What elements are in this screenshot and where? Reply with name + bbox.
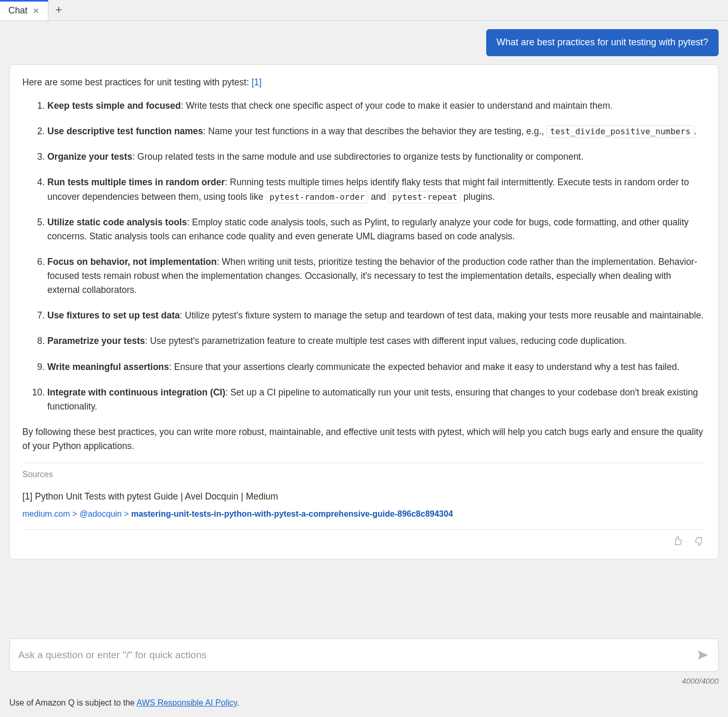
- source-title: [1] Python Unit Tests with pytest Guide …: [22, 490, 706, 504]
- footer-disclaimer: Use of Amazon Q is subject to the AWS Re…: [9, 697, 239, 710]
- citation-link[interactable]: [1]: [252, 77, 262, 87]
- inline-code: pytest-random-order: [266, 191, 368, 203]
- footer-suffix: .: [237, 698, 239, 707]
- close-icon[interactable]: ✕: [33, 5, 40, 17]
- list-item: Use fixtures to set up test data: Utiliz…: [47, 309, 706, 323]
- divider: [22, 529, 706, 530]
- tab-bar: Chat ✕ +: [0, 0, 728, 21]
- feedback-row: [22, 534, 706, 552]
- list-item: Use descriptive test function names: Nam…: [47, 124, 706, 138]
- item-bold: Organize your tests: [47, 151, 132, 162]
- list-item: Parametrize your tests: Use pytest's par…: [47, 334, 706, 348]
- breadcrumb-domain: medium.com: [22, 509, 70, 518]
- list-item: Focus on behavior, not implementation: W…: [47, 255, 706, 297]
- send-icon[interactable]: [696, 648, 710, 662]
- assistant-message-bubble: Here are some best practices for unit te…: [9, 65, 719, 559]
- inline-code: pytest-repeat: [388, 191, 461, 203]
- chat-window: Chat ✕ + What are best practices for uni…: [0, 0, 728, 717]
- sources-label: Sources: [22, 468, 706, 481]
- source-breadcrumb[interactable]: medium.com > @adocquin > mastering-unit-…: [22, 508, 706, 521]
- assistant-intro-text: Here are some best practices for unit te…: [22, 77, 252, 87]
- item-bold: Integrate with continuous integration (C…: [47, 387, 225, 398]
- breadcrumb-sep: >: [70, 509, 80, 518]
- breadcrumb-sep: >: [122, 509, 131, 518]
- messages-area: What are best practices for unit testing…: [0, 21, 728, 559]
- item-tail: .: [694, 126, 697, 136]
- item-text: : Name your test functions in a way that…: [203, 126, 547, 136]
- item-tail: plugins.: [461, 191, 495, 202]
- list-item: Write meaningful assertions: Ensure that…: [47, 360, 706, 374]
- item-bold: Focus on behavior, not implementation: [47, 257, 217, 267]
- list-item: Run tests multiple times in random order…: [47, 175, 706, 203]
- thumbs-up-icon[interactable]: [672, 536, 683, 550]
- breadcrumb-slug: mastering-unit-tests-in-python-with-pyte…: [131, 509, 453, 518]
- footer-policy-link[interactable]: AWS Responsible AI Policy: [137, 698, 237, 707]
- list-item: Utilize static code analysis tools: Empl…: [47, 215, 706, 244]
- assistant-outro: By following these best practices, you c…: [22, 425, 706, 453]
- item-text: : Ensure that your assertions clearly co…: [169, 362, 680, 372]
- item-bold: Utilize static code analysis tools: [47, 217, 187, 227]
- inline-code: test_divide_positive_numbers: [547, 125, 694, 138]
- char-counter: 4000/4000: [9, 675, 719, 687]
- input-box[interactable]: [9, 638, 719, 672]
- footer-prefix: Use of Amazon Q is subject to the: [9, 698, 137, 707]
- item-text: : Use pytest's parametrization feature t…: [145, 336, 627, 346]
- tab-chat[interactable]: Chat ✕: [0, 0, 48, 20]
- item-bold: Parametrize your tests: [47, 336, 145, 346]
- input-area: 4000/4000: [9, 638, 719, 687]
- chat-input[interactable]: [18, 649, 690, 661]
- assistant-intro: Here are some best practices for unit te…: [22, 75, 706, 89]
- item-bold: Keep tests simple and focused: [47, 100, 181, 111]
- divider: [22, 463, 706, 463]
- item-bold: Run tests multiple times in random order: [47, 177, 225, 187]
- item-bold: Use fixtures to set up test data: [47, 310, 180, 321]
- item-bold: Write meaningful assertions: [47, 362, 169, 372]
- item-mid: and: [368, 191, 388, 202]
- user-message-bubble: What are best practices for unit testing…: [486, 29, 719, 56]
- item-bold: Use descriptive test function names: [47, 126, 203, 136]
- thumbs-down-icon[interactable]: [694, 536, 705, 550]
- best-practices-list: Keep tests simple and focused: Write tes…: [22, 99, 706, 414]
- list-item: Integrate with continuous integration (C…: [47, 386, 706, 414]
- item-text: : Write tests that check one specific as…: [181, 100, 613, 111]
- item-text: : Group related tests in the same module…: [132, 151, 583, 162]
- list-item: Organize your tests: Group related tests…: [47, 150, 706, 164]
- list-item: Keep tests simple and focused: Write tes…: [47, 99, 706, 113]
- tab-label: Chat: [8, 4, 28, 18]
- new-tab-button[interactable]: +: [48, 0, 69, 20]
- user-message-row: What are best practices for unit testing…: [9, 29, 719, 56]
- breadcrumb-user: @adocquin: [80, 509, 122, 518]
- item-text: : Utilize pytest's fixture system to man…: [180, 310, 704, 321]
